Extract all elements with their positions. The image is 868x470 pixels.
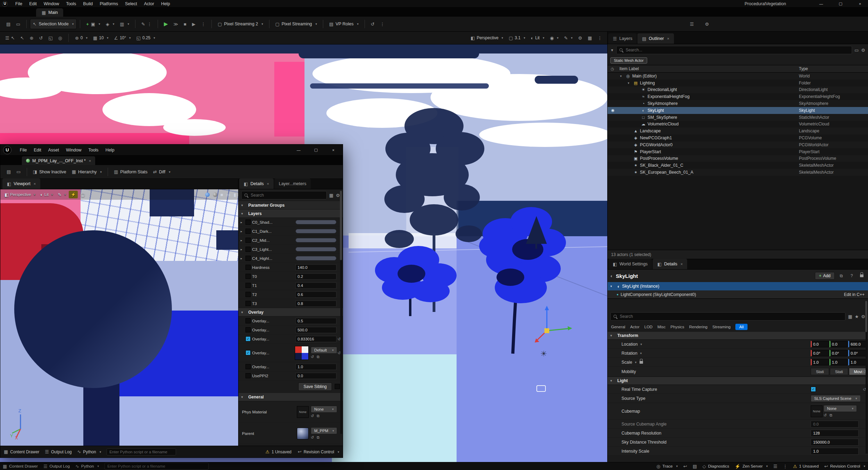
outliner-search-input[interactable] <box>616 46 852 54</box>
selection-mode-dropdown[interactable]: ↖ Selection Mode ▾ <box>30 19 77 29</box>
add-component-button[interactable]: +Add <box>815 272 835 280</box>
save-button[interactable]: ▤ <box>3 19 13 29</box>
general-section-header[interactable]: ▾General <box>239 393 343 401</box>
viewmode-brush-dropdown[interactable]: ✎▾ <box>562 33 575 42</box>
param-value-field[interactable]: 140.0 <box>295 264 336 271</box>
trace-dropdown[interactable]: ◎Trace▾ <box>656 464 678 469</box>
parent-material-thumbnail[interactable] <box>297 428 309 439</box>
use-selected-icon[interactable]: ↺ <box>824 413 827 418</box>
param-checkbox[interactable] <box>245 256 251 261</box>
lock-icon[interactable] <box>860 274 863 277</box>
grid-icon[interactable]: ▦ <box>848 314 852 319</box>
create-folder-icon[interactable]: ▭ <box>854 48 859 53</box>
browse-button[interactable]: ▭ <box>14 167 23 177</box>
table-row[interactable]: □SM_SkySphereStaticMeshActor <box>608 114 868 121</box>
param-checkbox[interactable] <box>245 238 251 243</box>
menu-help[interactable]: Help <box>102 146 118 154</box>
viewport-settings-button[interactable]: ⚙ <box>576 33 585 42</box>
grid-icon[interactable]: ▦ <box>329 193 333 198</box>
zen-server-dropdown[interactable]: ⚡Zen Server▾ <box>735 464 768 469</box>
pixel-streaming-2-dropdown[interactable]: ▢ Pixel Streaming 2 ▾ <box>215 19 266 29</box>
param-value-field[interactable]: 0.6 <box>295 291 336 298</box>
menu-tools[interactable]: Tools <box>85 146 102 154</box>
help-icon[interactable]: ? <box>848 273 856 278</box>
python-dropdown[interactable]: ∿Python▾ <box>75 464 99 469</box>
python-command-input[interactable] <box>107 448 176 455</box>
preview-sphere-shape-button[interactable] <box>205 192 210 197</box>
param-checkbox[interactable] <box>245 229 251 234</box>
maximize-viewport-button[interactable]: ▦ <box>585 33 594 42</box>
param-value-field[interactable]: 1.0 <box>295 364 336 370</box>
filter-physics[interactable]: Physics <box>670 325 684 329</box>
param-value-field[interactable]: 0.8 <box>295 300 336 307</box>
param-checkbox[interactable] <box>245 220 251 225</box>
layers-section-header[interactable]: ▾Layers <box>239 209 343 218</box>
param-checkbox[interactable] <box>245 373 251 378</box>
menu-edit[interactable]: Edit <box>26 0 40 8</box>
material-window-titlebar[interactable]: U File Edit Asset Window Tools Help — ▢ … <box>0 145 343 156</box>
use-selected-icon[interactable]: ↺ <box>311 435 314 440</box>
texture-swatch[interactable] <box>295 346 309 360</box>
rotation-y-field[interactable]: 0.0° <box>829 350 848 356</box>
filter-misc[interactable]: Misc <box>657 325 666 329</box>
content-drawer-button[interactable]: ▦Content Drawer <box>4 449 39 454</box>
menu-select[interactable]: Select <box>122 0 141 8</box>
minimize-button[interactable]: — <box>816 2 826 6</box>
perspective-dropdown[interactable]: ◧Perspective▾ <box>468 33 506 42</box>
move-tool-button[interactable]: ⊕ <box>27 33 36 42</box>
table-row[interactable]: ☀DirectionalLightDirectionalLight <box>608 86 868 93</box>
menu-window[interactable]: Window <box>62 146 85 154</box>
table-row[interactable]: ◈NewPCGGraph1PCGVolume <box>608 134 868 141</box>
param-checkbox[interactable] <box>245 274 251 279</box>
param-slider[interactable] <box>295 220 336 224</box>
diff-dropdown[interactable]: ⇄Diff▾ <box>150 167 173 177</box>
param-value-field[interactable]: 0.2 <box>295 273 336 280</box>
browse-icon[interactable]: ⧉ <box>317 414 319 418</box>
browse-content-button[interactable]: ▭ <box>13 19 23 29</box>
surface-snap-dropdown[interactable]: ⊕0▾ <box>73 33 90 42</box>
texture-dropdown[interactable]: Default▾ <box>311 347 337 354</box>
close-icon[interactable]: × <box>667 36 669 41</box>
tab-layer-parameters[interactable]: Layer...meters <box>274 179 311 189</box>
world-local-toggle[interactable]: ◎ <box>56 33 65 42</box>
play-options-button[interactable]: ⋮ <box>198 19 208 29</box>
table-row[interactable]: ▾◎Main (Editor)World <box>608 73 868 80</box>
refresh-button[interactable]: ↺ <box>368 19 377 29</box>
expand-arrow-icon[interactable]: ▸ <box>241 239 245 242</box>
save-button[interactable]: ▤ <box>4 167 14 177</box>
param-checkbox[interactable] <box>245 318 251 323</box>
save-sibling-button[interactable]: Save Sibling <box>298 382 332 391</box>
filter-rendering[interactable]: Rendering <box>689 325 708 329</box>
table-row[interactable]: ▲LandscapeLandscape <box>608 127 868 134</box>
light-component-row[interactable]: ● LightComponent (SkyLightComponent0) Ed… <box>608 290 868 299</box>
unsaved-badge[interactable]: ⚠1 Unsaved <box>793 464 819 469</box>
eye-icon[interactable]: ◉ <box>608 108 618 113</box>
param-slider[interactable] <box>295 247 336 252</box>
param-value-field[interactable]: 0.0 <box>295 373 336 379</box>
transform-section-header[interactable]: ▾Transform <box>608 331 868 340</box>
select-tool-button[interactable]: ↖ <box>18 33 27 42</box>
browse-icon[interactable]: ⧉ <box>317 355 319 359</box>
pin-column-icon[interactable]: ◷ <box>611 67 614 71</box>
menu-file[interactable]: File <box>12 0 26 8</box>
directional-light-billboard[interactable]: ☀ <box>540 349 547 358</box>
close-icon[interactable]: × <box>267 182 269 186</box>
table-row[interactable]: ✶SK_Black_Alder_01_CSkeletalMeshActor <box>608 162 868 169</box>
transform-gizmo[interactable] <box>535 306 572 343</box>
param-checkbox[interactable] <box>245 301 251 306</box>
tab-layers[interactable]: ☰Layers <box>608 33 637 44</box>
browse-icon[interactable]: ⧉ <box>317 435 319 440</box>
expand-arrow-icon[interactable]: ▸ <box>241 257 245 260</box>
table-row[interactable]: ≈ExponentialHeightFogExponentialHeightFo… <box>608 93 868 100</box>
table-row[interactable]: ◈PCGWorldActor0PCGWorldActor <box>608 141 868 148</box>
viewport-dots-button[interactable]: ⋮ <box>595 33 604 42</box>
param-checkbox[interactable] <box>245 283 251 288</box>
tab-details[interactable]: ◧Details× <box>653 259 687 269</box>
unsaved-badge[interactable]: ⚠1 Unsaved <box>265 449 291 454</box>
tab-outliner[interactable]: ▤Outliner× <box>637 33 674 44</box>
filter-streaming[interactable]: Streaming <box>712 325 731 329</box>
location-x-field[interactable]: 0.0 <box>811 341 829 347</box>
chevron-down-icon[interactable]: ▾ <box>640 352 642 355</box>
table-row[interactable]: ◔SkyAtmosphereSkyAtmosphere <box>608 100 868 107</box>
scale-y-field[interactable]: 1.0 <box>829 359 848 365</box>
